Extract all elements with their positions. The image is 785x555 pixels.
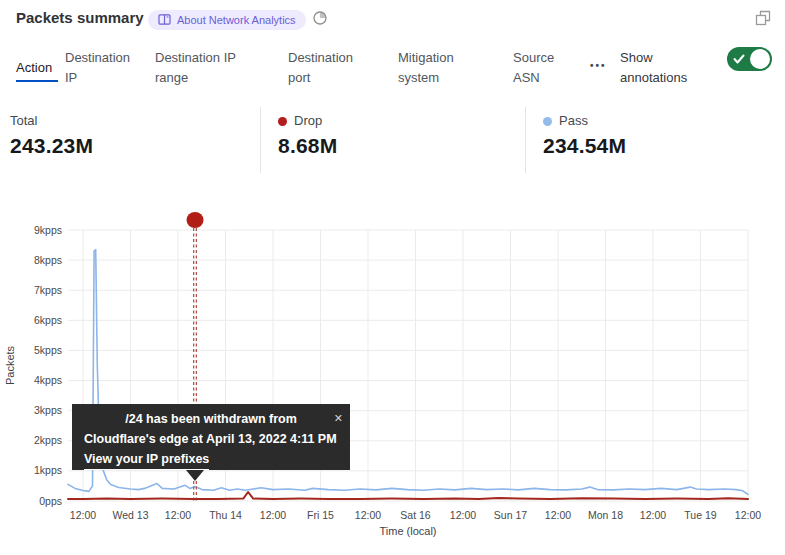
svg-text:Time (local): Time (local) xyxy=(379,525,436,537)
svg-text:0pps: 0pps xyxy=(39,495,62,507)
series-drop xyxy=(68,492,748,499)
svg-text:Packets: Packets xyxy=(4,345,16,385)
packets-line-chart: 0pps1kpps2kpps3kpps4kpps5kpps6kpps7kpps8… xyxy=(0,205,785,555)
show-annotations-toggle[interactable] xyxy=(727,47,772,71)
tab-destination-port[interactable]: Destination port xyxy=(288,48,370,88)
svg-text:7kpps: 7kpps xyxy=(34,284,62,296)
svg-text:12:00: 12:00 xyxy=(450,509,476,521)
svg-text:12:00: 12:00 xyxy=(70,509,96,521)
tab-mitigation-system[interactable]: Mitigation system xyxy=(398,48,478,88)
annotation-tooltip: /24 has been withdrawn from Cloudflare's… xyxy=(72,404,350,470)
check-icon xyxy=(733,53,745,65)
divider xyxy=(525,107,526,173)
show-annotations-label: Show annotations xyxy=(620,48,708,88)
view-ip-prefixes-link[interactable]: View your IP prefixes xyxy=(84,449,209,470)
annotation-dot[interactable] xyxy=(187,212,204,228)
stat-drop-label: Drop xyxy=(294,113,322,128)
svg-text:Thu 14: Thu 14 xyxy=(209,509,242,521)
svg-text:Sun 17: Sun 17 xyxy=(494,509,527,521)
svg-text:4kpps: 4kpps xyxy=(34,374,62,386)
stat-pass-value: 234.54M xyxy=(543,134,626,158)
stat-total-value: 243.23M xyxy=(10,134,93,158)
svg-text:12:00: 12:00 xyxy=(260,509,286,521)
tooltip-line2: Cloudflare's edge at April 13, 2022 4:11… xyxy=(84,429,338,449)
svg-text:8kpps: 8kpps xyxy=(34,254,62,266)
svg-text:Fri 15: Fri 15 xyxy=(307,509,334,521)
more-tabs-icon[interactable]: ••• xyxy=(590,60,614,71)
stat-total-label: Total xyxy=(10,113,37,128)
svg-text:Tue 19: Tue 19 xyxy=(684,509,716,521)
active-tab-underline xyxy=(16,80,58,82)
history-icon[interactable] xyxy=(312,10,328,26)
book-icon xyxy=(158,14,171,27)
svg-text:Sat 16: Sat 16 xyxy=(400,509,431,521)
drop-legend-dot xyxy=(278,117,287,126)
expand-panel-icon[interactable] xyxy=(755,10,771,26)
svg-text:2kpps: 2kpps xyxy=(34,434,62,446)
svg-text:12:00: 12:00 xyxy=(735,509,761,521)
tab-destination-ip[interactable]: Destination IP xyxy=(65,48,143,88)
svg-text:1kpps: 1kpps xyxy=(34,464,62,476)
tab-destination-ip-range[interactable]: Destination IP range xyxy=(155,48,249,88)
svg-text:6kpps: 6kpps xyxy=(34,314,62,326)
stat-pass-label: Pass xyxy=(559,113,588,128)
svg-text:12:00: 12:00 xyxy=(165,509,191,521)
tooltip-caret xyxy=(186,470,204,481)
tab-source-asn[interactable]: Source ASN xyxy=(513,48,567,88)
svg-text:5kpps: 5kpps xyxy=(34,344,62,356)
divider xyxy=(260,107,261,173)
svg-text:12:00: 12:00 xyxy=(640,509,666,521)
svg-text:12:00: 12:00 xyxy=(355,509,381,521)
pass-legend-dot xyxy=(543,117,552,126)
badge-label: About Network Analytics xyxy=(177,14,296,26)
svg-text:12:00: 12:00 xyxy=(545,509,571,521)
svg-text:Mon 18: Mon 18 xyxy=(588,509,623,521)
packets-summary-panel: Packets summary About Network Analytics … xyxy=(0,0,785,555)
stat-drop-value: 8.68M xyxy=(278,134,337,158)
toggle-knob xyxy=(750,49,770,69)
svg-text:Wed 13: Wed 13 xyxy=(113,509,149,521)
svg-text:3kpps: 3kpps xyxy=(34,404,62,416)
svg-text:9kpps: 9kpps xyxy=(34,224,62,236)
tab-action[interactable]: Action xyxy=(16,58,58,78)
tooltip-line1: /24 has been withdrawn from xyxy=(84,409,338,429)
close-icon[interactable]: ✕ xyxy=(334,408,343,428)
page-title: Packets summary xyxy=(16,9,144,26)
about-network-analytics-badge[interactable]: About Network Analytics xyxy=(148,10,306,30)
